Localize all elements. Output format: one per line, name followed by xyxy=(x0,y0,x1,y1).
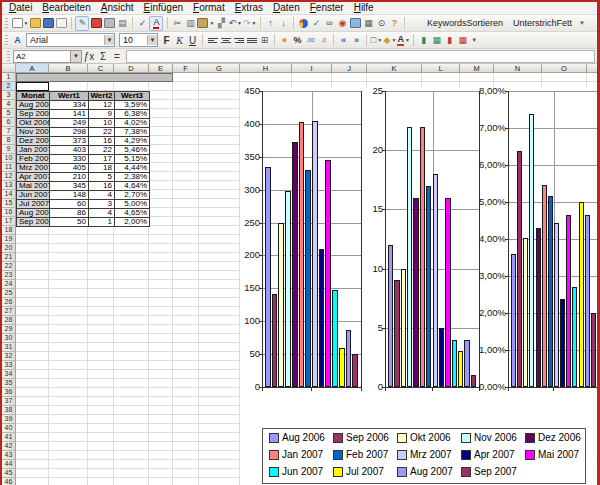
wert1-cell[interactable]: 141 xyxy=(50,110,89,119)
background-color-icon[interactable]: ◆▼ xyxy=(384,34,397,47)
row-header-35[interactable]: 35 xyxy=(2,379,16,388)
row-header-12[interactable]: 12 xyxy=(2,172,16,181)
month-cell[interactable]: Dez 2006 xyxy=(17,137,50,146)
wert2-cell[interactable]: 16 xyxy=(89,137,115,146)
menu-fenster[interactable]: Fenster xyxy=(305,2,349,14)
wert2-cell[interactable]: 5 xyxy=(89,173,115,182)
wert2-cell[interactable]: 4 xyxy=(89,209,115,218)
page-preview-icon[interactable]: ▤ xyxy=(116,17,128,30)
justify-icon[interactable] xyxy=(246,34,258,47)
function-wizard-icon[interactable]: ƒx xyxy=(82,51,96,62)
undo-icon[interactable]: ↶▼ xyxy=(228,17,242,30)
column-header-A[interactable]: A xyxy=(16,64,49,73)
wert2-cell[interactable]: 3 xyxy=(89,200,115,209)
wert2-cell[interactable]: 1 xyxy=(89,218,115,227)
wert3-cell[interactable]: 4,29% xyxy=(115,137,150,146)
column-header-D[interactable]: D xyxy=(114,64,149,73)
row-header-16[interactable]: 16 xyxy=(2,208,16,217)
print-icon[interactable] xyxy=(103,17,115,30)
row-header-43[interactable]: 43 xyxy=(2,451,16,460)
chart-plot-wert2[interactable] xyxy=(385,91,480,388)
month-cell[interactable]: Apr 2007 xyxy=(17,173,50,182)
wert1-cell[interactable]: 373 xyxy=(50,137,89,146)
row-header-30[interactable]: 30 xyxy=(2,334,16,343)
row-header-28[interactable]: 28 xyxy=(2,316,16,325)
wert1-cell[interactable]: 403 xyxy=(50,146,89,155)
wert3-cell[interactable]: 4,02% xyxy=(115,119,150,128)
wert3-cell[interactable]: 4,65% xyxy=(115,209,150,218)
row-header-45[interactable]: 45 xyxy=(2,469,16,478)
name-box-dropdown-icon[interactable]: ▼ xyxy=(71,50,82,63)
column-header-G[interactable]: G xyxy=(199,64,240,73)
wert3-cell[interactable]: 5,15% xyxy=(115,155,150,164)
wert3-cell[interactable]: 2,70% xyxy=(115,191,150,200)
currency-icon[interactable]: ● xyxy=(279,34,291,47)
copy-icon[interactable]: ▥ xyxy=(184,17,196,30)
select-all-corner[interactable] xyxy=(2,64,16,73)
sort-ascending-icon[interactable]: ↑ xyxy=(264,17,276,30)
row-header-44[interactable]: 44 xyxy=(2,460,16,469)
increase-indent-icon[interactable]: » xyxy=(351,34,363,47)
month-cell[interactable]: Sep 2006 xyxy=(17,110,50,119)
wert2-cell[interactable]: 17 xyxy=(89,155,115,164)
sum-icon[interactable]: Σ xyxy=(96,51,110,62)
font-size-combo[interactable]: 10▼ xyxy=(119,33,158,47)
wert2-cell[interactable]: 22 xyxy=(89,128,115,137)
row-header-37[interactable]: 37 xyxy=(2,397,16,406)
borders-icon[interactable]: □▼ xyxy=(371,34,383,47)
decrease-indent-icon[interactable]: « xyxy=(338,34,350,47)
row-header-22[interactable]: 22 xyxy=(2,262,16,271)
merge-cells-icon[interactable]: ⊞ xyxy=(259,34,271,47)
chart-plot-wert3[interactable] xyxy=(508,91,597,388)
column-header-N[interactable]: N xyxy=(494,64,542,73)
table-row[interactable]: Jul 20076035,00% xyxy=(17,200,150,209)
data-table[interactable]: MonatWert1Wert2Wert3Aug 2006334123,59%Se… xyxy=(16,91,150,227)
wert2-cell[interactable]: 22 xyxy=(89,146,115,155)
wert2-cell[interactable]: 4 xyxy=(89,191,115,200)
row-header-18[interactable]: 18 xyxy=(2,226,16,235)
insert-chart-icon[interactable] xyxy=(297,17,309,30)
row-header-2[interactable]: 2 xyxy=(2,82,16,91)
month-cell[interactable]: Nov 2006 xyxy=(17,128,50,137)
row-header-3[interactable]: 3 xyxy=(2,91,16,100)
row-header-32[interactable]: 32 xyxy=(2,352,16,361)
underline-button[interactable]: U xyxy=(187,34,199,47)
wert2-cell[interactable]: 12 xyxy=(89,101,115,110)
macro-button-unterstrichfett[interactable]: UnterstrichFett xyxy=(508,17,577,30)
toolbar-grip[interactable] xyxy=(5,35,8,46)
row-header-10[interactable]: 10 xyxy=(2,154,16,163)
paste-icon[interactable]: ▼ xyxy=(197,17,214,30)
wert2-cell[interactable]: 18 xyxy=(89,164,115,173)
wert1-cell[interactable]: 405 xyxy=(50,164,89,173)
bold-button[interactable]: F xyxy=(161,34,173,47)
column-header-H[interactable]: H xyxy=(240,64,292,73)
wert1-cell[interactable]: 298 xyxy=(50,128,89,137)
delete-decimal-icon[interactable]: ,0 xyxy=(318,34,330,47)
row-header-19[interactable]: 19 xyxy=(2,235,16,244)
menu-hilfe[interactable]: Hilfe xyxy=(349,2,379,14)
menu-daten[interactable]: Daten xyxy=(268,2,305,14)
row-header-1[interactable]: 1 xyxy=(2,73,16,82)
column-header-O[interactable]: O xyxy=(542,64,587,73)
wert1-cell[interactable]: 50 xyxy=(50,218,89,227)
table-row[interactable]: Mrz 2007405184,44% xyxy=(17,164,150,173)
row-header-33[interactable]: 33 xyxy=(2,361,16,370)
green-table-icon[interactable]: ▦ xyxy=(431,34,443,47)
wert2-cell[interactable]: 10 xyxy=(89,119,115,128)
table-row[interactable]: Okt 2006249104,02% xyxy=(17,119,150,128)
row-header-7[interactable]: 7 xyxy=(2,127,16,136)
red-table-icon[interactable]: ▦ xyxy=(457,34,469,47)
row-header-14[interactable]: 14 xyxy=(2,190,16,199)
row-header-23[interactable]: 23 xyxy=(2,271,16,280)
month-cell[interactable]: Okt 2006 xyxy=(17,119,50,128)
row-header-17[interactable]: 17 xyxy=(2,217,16,226)
wert2-cell[interactable]: 9 xyxy=(89,110,115,119)
month-cell[interactable]: Aug 2006 xyxy=(17,101,50,110)
column-header-I[interactable]: I xyxy=(292,64,332,73)
table-row[interactable]: Apr 200721052,38% xyxy=(17,173,150,182)
row-header-25[interactable]: 25 xyxy=(2,289,16,298)
table-row[interactable]: Dez 2006373164,29% xyxy=(17,137,150,146)
column-header-M[interactable]: M xyxy=(460,64,494,73)
wert3-cell[interactable]: 4,44% xyxy=(115,164,150,173)
table-row[interactable]: Mai 2007345164,64% xyxy=(17,182,150,191)
